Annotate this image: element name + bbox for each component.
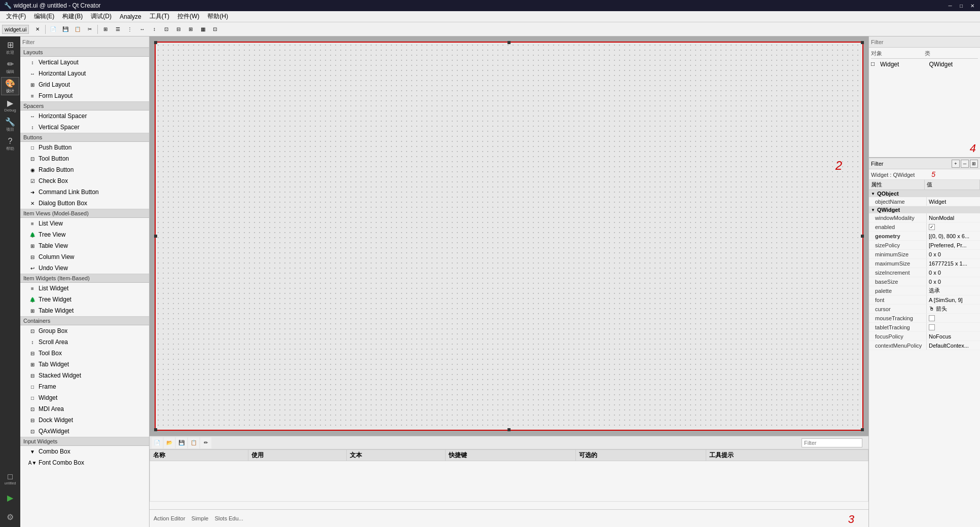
menu-debug[interactable]: 调试(D) [87, 11, 116, 22]
maximize-button[interactable]: □ [958, 2, 965, 9]
toolbar-btn-3[interactable]: 📋 [72, 24, 83, 35]
prop-tabletTracking[interactable]: tabletTracking [869, 323, 980, 332]
sidebar-item-list-view[interactable]: ≡ List View [20, 218, 149, 229]
tab-widget-ui[interactable]: widget.ui [2, 25, 29, 34]
bottom-filter-input[interactable] [802, 438, 862, 447]
sidebar-item-horizontal-layout[interactable]: ↔ Horizontal Layout [20, 68, 149, 79]
sidebar-item-column-view[interactable]: ⊟ Column View [20, 251, 149, 262]
toolbar-btn-9[interactable]: ↕ [149, 24, 160, 35]
icon-welcome[interactable]: ⊞ 欢迎 [1, 39, 19, 57]
sidebar-item-vertical-layout[interactable]: ↕ Vertical Layout [20, 57, 149, 68]
sidebar-item-mdi-area[interactable]: ⊡ MDI Area [20, 403, 149, 415]
sidebar-item-tab-widget[interactable]: ⊞ Tab Widget [20, 359, 149, 370]
sidebar-item-group-box[interactable]: ⊡ Group Box [20, 325, 149, 336]
icon-edit[interactable]: ✏ 编辑 [1, 58, 19, 76]
section-qwidget[interactable]: QWidget [869, 206, 980, 213]
handle-top-right[interactable] [861, 41, 864, 44]
handle-bottom-center[interactable] [507, 428, 511, 431]
menu-tools[interactable]: 工具(T) [146, 11, 173, 22]
tree-item-widget[interactable]: □ Widget QWidget [871, 60, 978, 69]
bottom-btn-4[interactable]: 📋 [188, 437, 199, 448]
icon-build-run[interactable]: ⚙ [1, 508, 19, 526]
handle-top-left[interactable] [154, 41, 157, 44]
sidebar-item-combo-box[interactable]: ▼ Combo Box [20, 446, 149, 457]
sidebar-item-v-spacer[interactable]: ↕ Vertical Spacer [20, 122, 149, 133]
handle-left-center[interactable] [154, 235, 157, 238]
sidebar-item-tree-widget[interactable]: 🌲 Tree Widget [20, 294, 149, 305]
sidebar-item-tool-button[interactable]: ⊡ Tool Button [20, 153, 149, 164]
mousetracking-checkbox[interactable] [929, 315, 935, 321]
prop-sizeIncrement[interactable]: sizeIncrement 0 x 0 [869, 268, 980, 277]
handle-bottom-right[interactable] [861, 428, 864, 431]
toolbar-btn-2[interactable]: 💾 [60, 24, 71, 35]
menu-help[interactable]: 帮助(H) [203, 11, 232, 22]
prop-focusPolicy[interactable]: focusPolicy NoFocus [869, 332, 980, 341]
menu-file[interactable]: 文件(F) [2, 11, 30, 22]
minimize-button[interactable]: ─ [947, 2, 954, 9]
prop-contextMenuPolicy[interactable]: contextMenuPolicy DefaultContex... [869, 341, 980, 350]
menu-controls[interactable]: 控件(W) [173, 11, 203, 22]
sidebar-item-h-spacer[interactable]: ↔ Horizontal Spacer [20, 110, 149, 122]
toolbar-btn-7[interactable]: ⋮ [124, 24, 135, 35]
sidebar-item-list-widget[interactable]: ≡ List Widget [20, 283, 149, 294]
tab-close-button[interactable]: ✕ [32, 24, 43, 35]
window-controls[interactable]: ─ □ ✕ [947, 2, 976, 9]
props-expand-btn[interactable]: ⊞ [970, 160, 978, 168]
prop-font[interactable]: font A [SimSun, 9] [869, 295, 980, 305]
sidebar-item-font-combo-box[interactable]: A▼ Font Combo Box [20, 457, 149, 468]
prop-palette[interactable]: palette 选承 [869, 286, 980, 295]
icon-untitled[interactable]: □ untitled [1, 469, 19, 487]
sidebar-item-undo-view[interactable]: ↩ Undo View [20, 262, 149, 274]
toolbar-btn-6[interactable]: ☰ [112, 24, 123, 35]
menu-analyze[interactable]: Analyze [116, 12, 146, 21]
toolbar-btn-11[interactable]: ⊟ [173, 24, 184, 35]
prop-mouseTracking[interactable]: mouseTracking [869, 314, 980, 323]
icon-run[interactable]: ▶ [1, 488, 19, 507]
prop-baseSize[interactable]: baseSize 0 x 0 [869, 277, 980, 286]
handle-top-center[interactable] [507, 41, 511, 44]
sidebar-item-radio-button[interactable]: ◉ Radio Button [20, 164, 149, 175]
sidebar-item-scroll-area[interactable]: ↕ Scroll Area [20, 336, 149, 348]
toolbar-btn-8[interactable]: ↔ [136, 24, 148, 35]
sidebar-item-qaxwidget[interactable]: ⊡ QAxWidget [20, 426, 149, 437]
bottom-btn-5[interactable]: ✏ [200, 437, 211, 448]
toolbar-btn-10[interactable]: ⊡ [161, 24, 172, 35]
prop-sizePolicy[interactable]: sizePolicy [Preferred, Pr... [869, 241, 980, 250]
toolbar-btn-14[interactable]: ⊡ [209, 24, 221, 35]
toolbar-btn-5[interactable]: ⊞ [100, 24, 111, 35]
prop-geometry[interactable]: geometry [(0, 0), 800 x 6... [869, 232, 980, 241]
section-qobject[interactable]: QObject [869, 190, 980, 197]
sidebar-item-table-widget[interactable]: ⊞ Table Widget [20, 305, 149, 316]
prop-windowModality[interactable]: windowModality NonModal [869, 213, 980, 222]
sidebar-item-push-button[interactable]: □ Push Button [20, 142, 149, 153]
prop-enabled[interactable]: enabled ✓ [869, 222, 980, 232]
sidebar-item-form-layout[interactable]: ≡ Form Layout [20, 90, 149, 101]
menu-build[interactable]: 构建(B) [58, 11, 87, 22]
sidebar-item-tree-view[interactable]: 🌲 Tree View [20, 229, 149, 240]
toolbar-btn-12[interactable]: ⊞ [185, 24, 196, 35]
handle-right-center[interactable] [861, 235, 864, 238]
sidebar-item-stacked-widget[interactable]: ⊟ Stacked Widget [20, 370, 149, 381]
close-button[interactable]: ✕ [969, 2, 976, 9]
sidebar-item-table-view[interactable]: ⊞ Table View [20, 240, 149, 251]
prop-minimumSize[interactable]: minimumSize 0 x 0 [869, 250, 980, 259]
sidebar-item-grid-layout[interactable]: ⊞ Grid Layout [20, 79, 149, 90]
tablettracking-checkbox[interactable] [929, 324, 935, 330]
sidebar-item-tool-box[interactable]: ⊟ Tool Box [20, 348, 149, 359]
bottom-btn-1[interactable]: 📄 [152, 437, 163, 448]
prop-cursor[interactable]: cursor 🖱 箭头 [869, 305, 980, 314]
sidebar-item-widget[interactable]: □ Widget [20, 392, 149, 403]
props-add-btn[interactable]: + [952, 160, 960, 168]
icon-project[interactable]: 🔧 项目 [1, 116, 19, 134]
bottom-btn-3[interactable]: 💾 [176, 437, 187, 448]
sidebar-item-dialog-button-box[interactable]: ✕ Dialog Button Box [20, 198, 149, 209]
sidebar-item-check-box[interactable]: ☑ Check Box [20, 175, 149, 186]
sidebar-item-frame[interactable]: □ Frame [20, 381, 149, 392]
prop-objectName[interactable]: objectName Widget [869, 197, 980, 206]
toolbar-btn-4[interactable]: ✂ [84, 24, 95, 35]
sidebar-item-dock-widget[interactable]: ⊟ Dock Widget [20, 415, 149, 426]
menu-edit[interactable]: 编辑(E) [30, 11, 58, 22]
designer-canvas[interactable]: 2 [155, 42, 863, 431]
icon-design[interactable]: 🎨 设计 [1, 77, 19, 95]
toolbar-btn-13[interactable]: ▦ [197, 24, 208, 35]
